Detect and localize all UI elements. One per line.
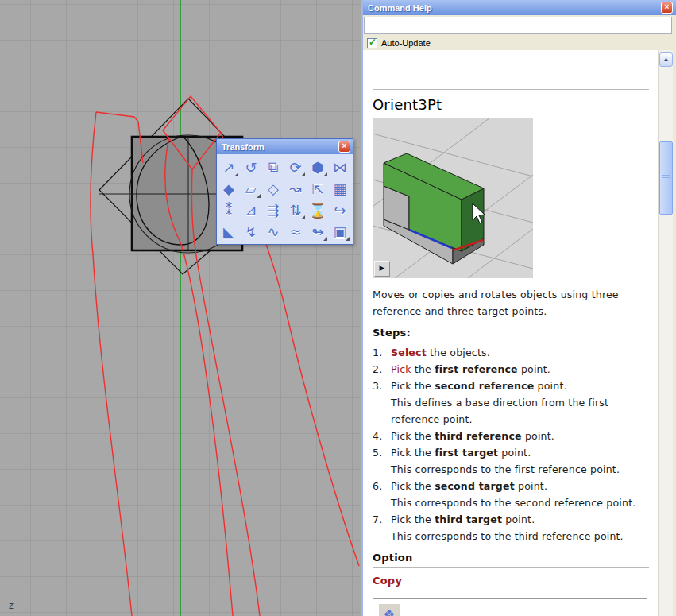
toolbar-button-rotate[interactable]: ↺ [241,157,261,177]
divider [373,89,649,90]
toolbar-button-array-polar[interactable]: ⁑ [218,200,239,220]
toolbar-button-orient-axes[interactable]: ⇱ [307,178,328,199]
step-link[interactable]: Pick [391,363,411,375]
scale-icon: ◆ [223,180,234,197]
toolbar-button-orient[interactable]: ↝ [285,178,306,199]
step-text: third target [435,513,502,525]
move-icon: ↗ [222,159,234,176]
step-text: second target [435,480,515,492]
step-link[interactable]: Select [391,347,427,358]
toolbar-button-distribute[interactable]: ⌛ [307,200,328,220]
taper-icon: ◣ [223,223,234,240]
step-text: Pick [391,430,411,442]
step-text: point. [518,363,550,375]
toolbar-button-flow[interactable]: ↬ [307,221,328,242]
rotate-icon: ↺ [245,159,257,176]
toolbar-button-copy[interactable]: ⧉ [263,157,284,177]
steps-list: 1.Select the objects.2.Pick the first re… [373,344,652,544]
step-note: This corresponds to the third reference … [391,528,652,544]
bend-arc-icon: ↪ [334,202,346,219]
step-text: first target [435,447,498,459]
step-text: the [411,363,435,375]
transform-titlebar[interactable]: Transform × [217,139,353,154]
step-number: 3. [373,378,391,394]
orient-icon: ❖ [383,606,395,616]
checkmark-icon: ✓ [369,37,377,48]
toolbar-button-set-points[interactable]: ⇅ [285,200,306,220]
toolbar-button-project-to-cplane[interactable]: ⊿ [241,200,261,220]
scrollbar-thumb[interactable] [659,141,673,215]
bend-icon: ↯ [245,223,257,240]
auto-update-checkbox[interactable]: ✓ [367,38,377,48]
step-number: 5. [373,444,391,461]
step-text: point. [515,480,547,492]
cage-edit-icon: ▣ [333,223,346,240]
toolbar-button-taper[interactable]: ◣ [218,221,239,242]
toolbar-button-bend[interactable]: ↯ [241,221,261,242]
copy-icon: ⧉ [268,158,279,176]
array-polar-icon: ⁑ [226,202,233,219]
step-text: the objects. [427,347,490,358]
step-text: first reference [435,363,518,375]
transform-toolbar-grid: ↗↺⧉⟳⬢⋈◆▱◇↝⇱▦⁑⊿⇶⇅⌛↪◣↯∿≈↬▣ [217,154,353,244]
orient3pt-illustration: ▶ [373,118,533,278]
step-text: point. [502,513,535,525]
toolbar-button-mirror[interactable]: ⋈ [330,157,350,177]
toolbar-button-shear[interactable]: ▱ [241,178,261,199]
step-number: 4. [373,428,391,444]
help-search-input[interactable] [364,17,672,34]
auto-update-row: ✓ Auto-Update [363,36,676,50]
transform-title: Transform [222,142,338,152]
scroll-up-arrow-icon[interactable]: ▲ [659,52,673,67]
play-animation-button[interactable]: ▶ [374,261,390,277]
scale-2d-icon: ◇ [268,180,279,197]
set-points-icon: ⇅ [289,202,301,219]
step-note: This corresponds to the first reference … [391,461,652,478]
step-text: the [411,430,435,442]
help-titlebar[interactable]: Command Help × [363,0,676,15]
toolbar-button-scale-2d[interactable]: ◇ [263,178,284,199]
step-item: 2.Pick the first reference point. [373,361,652,378]
toolbar-button-rotate-copy[interactable]: ⟳ [285,157,306,177]
shear-icon: ▱ [245,180,257,197]
toolbar-button-remap-to-cplane[interactable]: ⇶ [263,200,284,220]
transform-close-icon[interactable]: × [338,141,350,153]
step-text: the [411,480,435,492]
step-item: 7.Pick the third target point. [373,511,652,528]
option-heading: Option [373,552,652,564]
toolbar-button-smooth[interactable]: ≈ [285,221,306,242]
flow-icon: ↬ [311,223,323,240]
step-item: 1.Select the objects. [373,344,652,361]
step-text: Pick [391,380,411,392]
step-note: This defines a base direction from the f… [391,394,652,428]
help-close-icon[interactable]: × [661,2,673,14]
help-content: Orient3Pt [363,50,659,616]
step-item: 5.Pick the first target point. [373,444,652,461]
toolbar-button-rotate-3d[interactable]: ⬢ [307,157,328,177]
toolbar-button-cage-edit[interactable]: ▣ [330,221,350,242]
project-to-cplane-icon: ⊿ [245,202,257,219]
step-text: point. [534,380,566,392]
distribute-icon: ⌛ [309,202,326,219]
help-scrollbar[interactable]: ▲ [658,50,673,616]
viewport-geometry [0,0,362,616]
transform-toolbar: Transform × ↗↺⧉⟳⬢⋈◆▱◇↝⇱▦⁑⊿⇶⇅⌛↪◣↯∿≈↬▣ [216,138,353,245]
step-text: the [411,447,435,459]
step-number: 1. [373,344,391,361]
toolbar-button-scale[interactable]: ◆ [218,178,239,199]
copy-option-link[interactable]: Copy [373,575,652,587]
smooth-icon: ≈ [289,223,301,240]
step-text: point. [522,430,554,442]
auto-update-label: Auto-Update [381,38,431,48]
toolbar-button-move[interactable]: ↗ [218,157,239,177]
command-help-panel: Command Help × ✓ Auto-Update Orient3Pt [361,0,676,616]
toolbar-button-array[interactable]: ▦ [330,178,350,199]
scrollbar-grip [662,175,670,181]
toolbar-button-shear-curve[interactable]: ∿ [263,221,284,242]
step-text: Pick [391,447,411,459]
orient-option-button[interactable]: ❖ [378,603,400,616]
orient-icon: ↝ [289,180,301,197]
z-axis-label: z [9,600,14,611]
remap-to-cplane-icon: ⇶ [267,202,279,219]
toolbar-button-bend-arc[interactable]: ↪ [330,200,350,220]
